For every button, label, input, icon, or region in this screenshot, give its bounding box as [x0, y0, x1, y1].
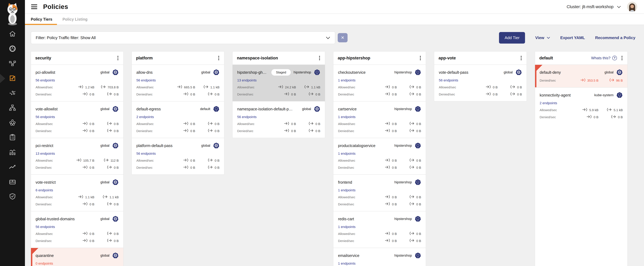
outbound-value: 0 B	[200, 165, 220, 170]
endpoints-link[interactable]: 1 endpoints	[338, 152, 356, 156]
endpoints-link[interactable]: 6 endpoints	[36, 188, 53, 192]
tier-menu-kebab-icon[interactable]	[318, 55, 320, 61]
endpoints-link[interactable]: 1 endpoints	[338, 225, 356, 229]
policy-card[interactable]: cartservicehipstershopns1 endpointsAllow…	[334, 101, 426, 138]
add-tier-button[interactable]: Add Tier	[499, 32, 525, 44]
policy-card[interactable]: redis-carthipstershopns1 endpointsAllowe…	[334, 211, 426, 248]
endpoints-link[interactable]: 13 endpoints	[36, 152, 55, 156]
policy-card[interactable]: frontendhipstershopns1 endpointsAllowed/…	[334, 174, 426, 211]
policy-card[interactable]: namespace-isolation-default-p…global56 e…	[232, 101, 325, 138]
sidebar-item-hosts[interactable]	[0, 101, 25, 116]
inbound-value: 1.1 kB	[71, 195, 94, 199]
endpoints-link[interactable]: 1 endpoints	[338, 78, 356, 82]
policy-card[interactable]: konnectivity-agentkube-systemns2 endpoin…	[535, 87, 628, 124]
sidebar-item-threat-defense[interactable]	[0, 189, 25, 204]
user-avatar[interactable]	[627, 2, 637, 12]
policy-card[interactable]: checkoutservicehipstershopns1 endpointsA…	[334, 64, 426, 101]
stat-label: Allowed/sec	[36, 86, 53, 89]
stat-label: Allowed/sec	[540, 108, 557, 112]
sidebar-item-timeline[interactable]	[0, 160, 25, 174]
view-dropdown[interactable]: View	[535, 36, 550, 40]
toolbar: Filter: Policy Traffic filter: Show All …	[31, 32, 638, 44]
sidebar-item-policies[interactable]	[0, 71, 25, 86]
sidebar-item-workloads[interactable]	[0, 174, 25, 189]
tier-header-actions	[117, 55, 119, 61]
inbound-value: 1.2 kB	[71, 85, 94, 90]
stat-label: Denied/sec	[136, 92, 152, 96]
policy-card[interactable]: emailservicehipstershopns1 endpointsAllo…	[334, 248, 426, 266]
policy-card-header: frontendhipstershopns	[338, 179, 421, 186]
tab-policy-listing[interactable]: Policy Listing	[62, 14, 88, 25]
policy-card[interactable]: global-trusted-domainsglobal56 endpoints…	[31, 211, 123, 248]
endpoints-link[interactable]: 56 endpoints	[237, 115, 256, 119]
endpoints-link[interactable]: 56 endpoints	[36, 115, 55, 119]
scope-label: hipstershop	[394, 70, 412, 74]
export-yaml-button[interactable]: Export YAML	[560, 36, 585, 40]
sidebar-item-clusters[interactable]	[0, 116, 25, 130]
policy-card-header: global-trusted-domainsglobal	[36, 216, 119, 222]
policy-card[interactable]: platform-default-passglobal56 endpointsA…	[132, 138, 224, 174]
traffic-stat-row: Allowed/sec0 B0 B	[439, 85, 522, 90]
endpoints-link[interactable]: 56 endpoints	[136, 78, 156, 82]
tier-menu-kebab-icon[interactable]	[218, 55, 220, 61]
tab-policy-tiers[interactable]: Policy Tiers	[31, 14, 52, 25]
policy-card[interactable]: productcatalogservicehipstershopns1 endp…	[334, 138, 426, 174]
endpoints-link[interactable]: 0 endpoints	[36, 262, 53, 266]
outbound-value: 0 B	[402, 129, 421, 133]
scope-label: global	[201, 70, 210, 74]
policy-name: allow-dns	[136, 70, 153, 75]
endpoints-link[interactable]: 2 endpoints	[540, 101, 557, 105]
stat-label: Denied/sec	[237, 92, 253, 96]
endpoints-link[interactable]: 56 endpoints	[36, 225, 55, 229]
sidebar-item-dashboard[interactable]	[0, 42, 25, 56]
policy-card[interactable]: quarantineglobal0 endpoints	[31, 248, 123, 266]
tier-menu-kebab-icon[interactable]	[520, 55, 522, 61]
policy-card-header: platform-default-passglobal	[136, 142, 220, 149]
tier-menu-kebab-icon[interactable]	[117, 55, 119, 61]
inbound-arrow-icon	[385, 129, 390, 133]
cluster-selector[interactable]: Cluster: jlt-msft-workshop	[566, 4, 621, 9]
clear-filter-button[interactable]: ✕	[338, 33, 348, 42]
endpoints-link[interactable]: 56 endpoints	[439, 78, 458, 82]
network-sets-icon	[9, 90, 16, 97]
outbound-arrow-icon	[409, 232, 415, 236]
endpoints-link[interactable]: 56 endpoints	[136, 152, 156, 156]
recommend-policy-button[interactable]: Recommend a Policy	[595, 36, 636, 40]
policy-card[interactable]: pci-allowlistglobal56 endpointsAllowed/s…	[31, 64, 123, 101]
stat-label: Allowed/sec	[338, 159, 355, 162]
inbound-value: 0 B	[172, 165, 195, 170]
endpoints-link[interactable]: 56 endpoints	[36, 78, 55, 82]
policy-card[interactable]: hipstershop-gh…Stagedhipstershopns13 end…	[232, 64, 325, 101]
policy-card[interactable]: pci-restrictglobal13 endpointsAllowed/se…	[31, 138, 123, 174]
sidebar-item-compliance[interactable]	[0, 130, 25, 145]
whats-this-link[interactable]: Whats this??	[591, 56, 617, 60]
stat-values: 0 B0 B	[272, 129, 320, 133]
policy-card[interactable]: default-egressdefaultns2 endpointsAllowe…	[132, 101, 224, 138]
outbound-arrow-icon	[107, 238, 112, 243]
policy-card[interactable]: default-denyglobalDenied/sec353.5 B96 B	[535, 64, 628, 87]
inbound-arrow-icon	[385, 232, 390, 236]
sidebar-item-logs[interactable]	[0, 145, 25, 160]
policy-filter-select[interactable]: Filter: Policy Traffic filter: Show All	[31, 32, 335, 44]
policy-card[interactable]: vote-allowlistglobal56 endpointsAllowed/…	[31, 101, 123, 138]
hamburger-menu-icon[interactable]	[31, 4, 37, 9]
endpoints-link[interactable]: 1 endpoints	[338, 262, 356, 266]
policy-card[interactable]: vote-restrictglobal6 endpointsAllowed/se…	[31, 174, 123, 211]
endpoints-link[interactable]: 1 endpoints	[338, 115, 356, 119]
inbound-amount: 105.7 B	[83, 159, 94, 162]
sidebar-item-network-sets[interactable]	[0, 86, 25, 101]
outbound-value: 0 B	[603, 115, 623, 119]
tier-menu-kebab-icon[interactable]	[419, 55, 422, 61]
tier-header-actions: Whats this??	[591, 55, 623, 61]
inbound-amount: 0 B	[392, 195, 397, 199]
sidebar-item-home[interactable]	[0, 27, 25, 42]
inbound-value: 0 B	[374, 195, 397, 199]
policy-card[interactable]: vote-default-passglobal56 endpointsAllow…	[434, 64, 526, 101]
stat-label: Denied/sec	[439, 92, 455, 96]
tier-menu-kebab-icon[interactable]	[621, 55, 623, 61]
endpoints-link[interactable]: 2 endpoints	[136, 115, 154, 119]
sidebar-item-service-graph[interactable]	[0, 56, 25, 71]
policy-card[interactable]: allow-dnsglobal56 endpointsAllowed/sec66…	[132, 64, 224, 101]
endpoints-link[interactable]: 13 endpoints	[237, 78, 256, 82]
endpoints-link[interactable]: 1 endpoints	[338, 188, 356, 192]
